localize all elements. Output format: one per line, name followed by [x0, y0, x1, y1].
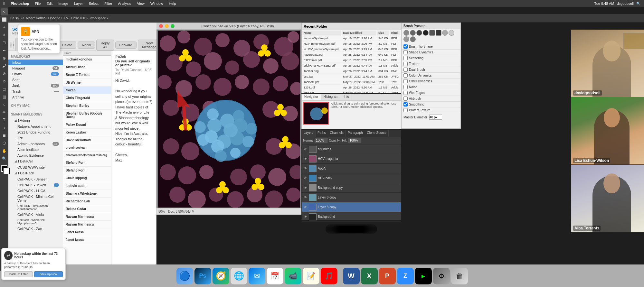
dock-notes[interactable]: 📝 [303, 268, 319, 284]
tool-marquee[interactable]: ⬜ [1, 16, 8, 23]
brush-preset-1[interactable] [403, 30, 409, 36]
tool-path-selection[interactable]: ▷ [1, 124, 8, 131]
file-row[interactable]: file2.pdfMay 28, 2022, 1:29 AM2.3 MBAdob [302, 91, 400, 93]
mail-reply-btn[interactable]: Reply [78, 42, 95, 49]
dock-powerpoint[interactable]: P [379, 268, 396, 284]
file-row[interactable]: haggregate.pdfApr 28, 2022, 9:34 AM949 K… [302, 52, 400, 57]
sidebar-item-sent[interactable]: Sent [8, 77, 63, 83]
mail-forward-btn[interactable]: Forward [115, 42, 137, 49]
list-item-0[interactable]: michael kononos [63, 56, 111, 63]
tab-info[interactable]: Info [341, 94, 352, 100]
list-item-19[interactable]: Reluca Cadar [63, 205, 111, 213]
layer-item-3[interactable]: 👁 HCV back [302, 173, 401, 183]
tab-clone-source[interactable]: Clone Source [365, 130, 389, 137]
color-dynamics-check[interactable] [403, 73, 408, 78]
dock-chrome[interactable]: 🌐 [231, 268, 247, 284]
tool-zoom[interactable]: 🔍 [1, 155, 8, 162]
other-dynamics-item[interactable]: Other Dynamics [402, 79, 460, 84]
airbrush-check[interactable] [403, 97, 408, 101]
tab-paths[interactable]: Paths [316, 130, 328, 137]
sidebar-item-cellpack[interactable]: ⊿ I CellPack [8, 170, 63, 176]
backup-now-btn[interactable]: Back Up Now [34, 271, 63, 277]
tool-brush[interactable]: 🖌 [1, 62, 8, 69]
mail-reply-all-btn[interactable]: Reply All [96, 40, 114, 51]
sidebar-item-allen[interactable]: Allen Institute [8, 147, 63, 153]
menu-filter[interactable]: Filter [102, 1, 115, 6]
list-item-10[interactable]: David McDonald [63, 136, 111, 144]
tool-history[interactable]: ↺ [1, 78, 8, 85]
brush-preset-6[interactable] [436, 30, 441, 36]
list-item-8[interactable]: Pallav Kosuri [63, 121, 111, 129]
brush-preset-7[interactable] [442, 30, 448, 36]
window-minimize-btn[interactable] [165, 24, 169, 28]
smoothing-item[interactable]: Smoothing [402, 102, 460, 107]
tool-dodge[interactable]: ○ [1, 101, 8, 108]
brush-preset-9[interactable] [403, 36, 409, 42]
list-item-15[interactable]: Chair Dipping [63, 174, 111, 182]
scattering-item[interactable]: Scattering [402, 55, 460, 61]
menu-file[interactable]: File [33, 1, 43, 6]
layer-visibility-6[interactable]: 👁 [303, 205, 308, 209]
list-item-3[interactable]: Uli Werner [63, 79, 111, 87]
sidebar-item-bridge[interactable]: 2021 Bridge Funding [8, 129, 63, 135]
list-item-14[interactable]: Stefano Forli [63, 167, 111, 174]
sidebar-item-cellpack-timdavison[interactable]: CellPACK - TimDavison Christian/Jacob... [8, 203, 63, 212]
brush-preset-2[interactable] [410, 30, 416, 36]
list-item-9[interactable]: Keren Lasker [63, 129, 111, 136]
menu-image[interactable]: Image [56, 1, 71, 6]
list-item-6[interactable]: Stephen Burley [63, 102, 111, 110]
mail-delete-btn[interactable]: Delete [58, 42, 77, 49]
layer-item-5[interactable]: 👁 Layer 6 copy [302, 193, 401, 202]
dock-word[interactable]: W [343, 268, 360, 284]
layer-item-6[interactable]: 👁 Layer 8 copy [302, 202, 401, 212]
menu-window[interactable]: Window [148, 1, 166, 6]
tool-magic-wand[interactable]: ✳ [1, 32, 8, 39]
menu-photoshop[interactable]: Photoshop [8, 1, 32, 6]
dock-finder[interactable]: 🔵 [176, 268, 193, 284]
sidebar-item-admin[interactable]: ⊿ I Admin [8, 117, 63, 124]
menu-layer[interactable]: Layer [71, 1, 86, 6]
menu-search-icon[interactable]: 🔍 [636, 2, 641, 6]
list-item-23[interactable]: Janet Iwasa [63, 236, 111, 244]
workspace-label[interactable]: Workspace ▾ [90, 16, 109, 20]
brush-preset-4[interactable] [423, 30, 429, 36]
mail-forward-nav-btn[interactable]: › [13, 41, 14, 49]
tool-hand[interactable]: ✋ [1, 147, 8, 154]
dual-brush-check[interactable] [403, 68, 408, 72]
file-row[interactable]: E1E2timer.pdfApr 11, 2022, 2:05 PM2.4 MB… [302, 58, 400, 63]
shape-dynamics-item[interactable]: Shape Dynamics [402, 50, 460, 55]
sidebar-item-betacell[interactable]: ⊿ I BetaCell [8, 158, 63, 164]
tool-spot-heal[interactable]: ⊕ [1, 55, 8, 62]
dock-mail[interactable]: ✉ [249, 268, 265, 284]
sidebar-item-rutgers[interactable]: Rutgers Appointment [8, 124, 63, 129]
tool-move[interactable]: ↖ [1, 8, 8, 15]
noise-item[interactable]: Noise [402, 84, 460, 90]
file-row[interactable]: immuneSystem.pdfApr 18, 2022, 9:20 AM948… [302, 36, 400, 41]
tool-gradient[interactable]: ▥ [1, 93, 8, 100]
sidebar-item-cellpack-luca[interactable]: CellPACK - LUCA [8, 188, 63, 194]
protect-texture-item[interactable]: Protect Texture [402, 107, 460, 113]
noise-check[interactable] [403, 85, 408, 89]
layer-item-0[interactable]: 👁 attributes [302, 144, 401, 154]
dock-facetime[interactable]: 📹 [285, 268, 301, 284]
color-dynamics-item[interactable]: Color Dynamics [402, 73, 460, 79]
tool-shape[interactable]: ◼ [1, 132, 8, 139]
tool-type[interactable]: T [1, 116, 8, 124]
sidebar-item-atomic[interactable]: Atomic Evidence [8, 153, 63, 158]
tab-layers[interactable]: Layers [302, 130, 316, 137]
file-row[interactable]: Toolbar.pngApr 26, 2022, 9:44 AM384 KBPN… [302, 69, 400, 74]
texture-item[interactable]: Texture [402, 61, 460, 67]
menu-edit[interactable]: Edit [44, 1, 55, 6]
list-item-11[interactable]: proteinsociety [63, 144, 111, 152]
menu-select[interactable]: Select [86, 1, 101, 6]
list-item-5[interactable]: Chris Fitzgerald [63, 94, 111, 102]
sidebar-item-drafts[interactable]: Drafts 130 [8, 71, 63, 77]
mail-back-btn[interactable]: ‹ [10, 41, 12, 49]
layer-visibility-5[interactable]: 👁 [303, 195, 308, 200]
file-row[interactable]: HCV-immuneSystem.pdfApr 18, 2022, 2:09 P… [302, 42, 400, 46]
tab-navigator[interactable]: Navigator [302, 94, 321, 100]
file-row[interactable]: vss.jpgMay 27, 2022, 11:03 AM262 KBJPEG [302, 74, 400, 79]
menu-analysis[interactable]: Analysis [115, 1, 134, 6]
master-diameter-input[interactable] [429, 115, 442, 120]
sidebar-item-inbox[interactable]: Inbox [8, 60, 63, 65]
